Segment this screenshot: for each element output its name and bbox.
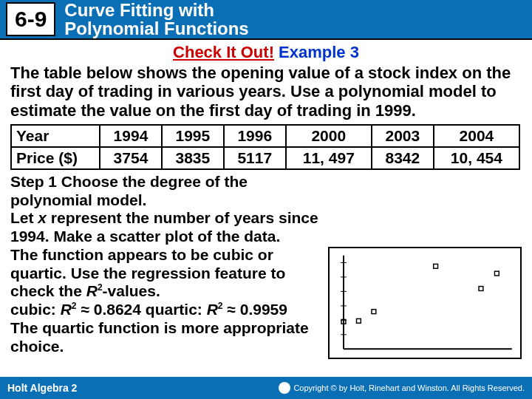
svg-rect-9 bbox=[357, 318, 361, 323]
copyright-area: Copyright © by Holt, Rinehart and Winsto… bbox=[279, 382, 525, 394]
cubic-value: ≈ 0.8624 quartic: bbox=[77, 301, 207, 318]
slide-content: Check It Out! Example 3 The table below … bbox=[0, 40, 532, 377]
squared-sup: 2 bbox=[72, 301, 77, 311]
title-line-2: Polynomial Functions bbox=[64, 18, 248, 38]
problem-statement: The table below shows the opening value … bbox=[10, 64, 522, 120]
squared-sup: 2 bbox=[98, 282, 103, 293]
slide-footer: Holt Algebra 2 Copyright © by Holt, Rine… bbox=[0, 377, 532, 399]
price-cell: 8342 bbox=[372, 147, 434, 169]
data-table: Year 1994 1995 1996 2000 2003 2004 Price… bbox=[10, 124, 520, 170]
year-cell: 2003 bbox=[372, 125, 434, 147]
lesson-header: 6-9 Curve Fitting with Polynomial Functi… bbox=[0, 0, 532, 40]
check-it-out-label: Check It Out! bbox=[173, 43, 274, 61]
price-cell: 5117 bbox=[224, 147, 286, 169]
price-label: Price ($) bbox=[11, 147, 100, 169]
copyright-text: Copyright © by Holt, Rinehart and Winsto… bbox=[293, 383, 525, 392]
step-explanation: Step 1 Choose the degree of the polynomi… bbox=[10, 173, 321, 356]
check-it-out-heading: Check It Out! Example 3 bbox=[10, 43, 522, 62]
let-text-2: represent the number of years since 1994… bbox=[10, 209, 318, 245]
example-number: Example 3 bbox=[279, 43, 359, 61]
price-cell: 3835 bbox=[162, 147, 224, 169]
year-cell: 1994 bbox=[100, 125, 162, 147]
let-text: Let bbox=[10, 209, 38, 226]
r-symbol: R bbox=[86, 282, 98, 299]
r-symbol: R bbox=[61, 301, 72, 318]
svg-rect-10 bbox=[372, 310, 376, 314]
conclusion-text: The quartic function is more appropriate… bbox=[10, 319, 309, 355]
r-symbol: R bbox=[207, 301, 218, 318]
book-title: Holt Algebra 2 bbox=[7, 382, 77, 394]
svg-rect-12 bbox=[479, 287, 483, 291]
cubic-label: cubic: bbox=[10, 301, 61, 318]
quartic-value: ≈ 0.9959 bbox=[223, 301, 287, 318]
title-line-1: Curve Fitting with bbox=[64, 0, 214, 20]
svg-rect-13 bbox=[494, 271, 499, 276]
variable-x: x bbox=[38, 209, 47, 226]
scatter-plot bbox=[328, 247, 522, 359]
year-cell: 2004 bbox=[434, 125, 519, 147]
lesson-number-badge: 6-9 bbox=[6, 2, 55, 36]
price-cell: 10, 454 bbox=[434, 147, 519, 169]
table-row: Price ($) 3754 3835 5117 11, 497 8342 10… bbox=[11, 147, 519, 169]
table-row: Year 1994 1995 1996 2000 2003 2004 bbox=[11, 125, 519, 147]
year-cell: 2000 bbox=[286, 125, 372, 147]
year-label: Year bbox=[11, 125, 100, 147]
year-cell: 1996 bbox=[224, 125, 286, 147]
values-text: -values. bbox=[103, 282, 160, 299]
lesson-title: Curve Fitting with Polynomial Functions bbox=[64, 1, 248, 38]
svg-rect-11 bbox=[434, 264, 438, 268]
owl-icon bbox=[279, 382, 290, 394]
year-cell: 1995 bbox=[162, 125, 224, 147]
price-cell: 3754 bbox=[100, 147, 162, 169]
price-cell: 11, 497 bbox=[286, 147, 372, 169]
squared-sup: 2 bbox=[218, 301, 223, 311]
step-1-label: Step 1 bbox=[10, 173, 57, 190]
